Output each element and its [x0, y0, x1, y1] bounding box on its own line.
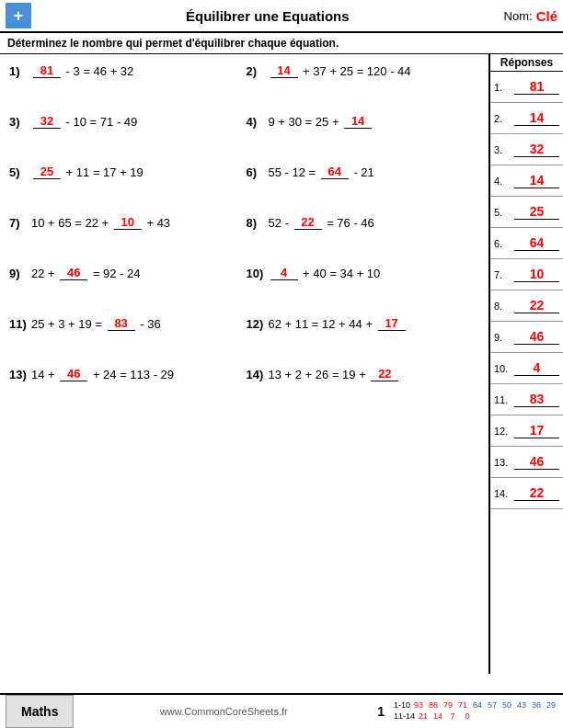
problem-cell-1: 1) 81 - 3 = 46 + 32	[7, 60, 245, 110]
equation-9: 9) 22 + 46 = 92 - 24	[9, 266, 141, 280]
stat-val-0: 0	[461, 711, 474, 722]
eq-text-12a: 62 + 11 = 12 + 44 +	[269, 317, 376, 331]
answer-num-14: 14.	[494, 488, 512, 499]
answer-row-7: 7. 10	[490, 259, 563, 290]
eq-text-9a: 22 +	[31, 267, 58, 280]
answer-val-12: 17	[514, 423, 559, 438]
problem-number-14: 14)	[247, 368, 265, 381]
blank-14: 22	[371, 367, 398, 381]
equation-8: 8) 52 - 22 = 76 - 46	[247, 215, 374, 230]
problem-number-1: 1)	[9, 64, 28, 78]
problem-number-11: 11)	[9, 317, 28, 331]
answer-val-5: 25	[514, 204, 559, 220]
main-content: 1) 81 - 3 = 46 + 32 2) 14 + 37 + 25 = 12…	[0, 54, 563, 674]
answer-row-3: 3. 32	[490, 134, 563, 165]
blank-3: 32	[33, 114, 61, 129]
problem-cell-7: 7) 10 + 65 = 22 + 10 + 43	[7, 211, 245, 262]
eq-text-6b: - 21	[350, 165, 374, 179]
stat-val-21: 21	[417, 711, 430, 722]
problem-number-8: 8)	[247, 216, 265, 230]
answers-header: Réponses	[490, 54, 563, 72]
eq-text-4a: 9 + 30 = 25 +	[269, 115, 343, 129]
equation-5: 5) 25 + 11 = 17 + 19	[9, 165, 144, 179]
problem-number-10: 10)	[247, 267, 265, 280]
eq-text-10: + 40 = 34 + 10	[300, 267, 381, 280]
eq-text-9b: = 92 - 24	[89, 267, 140, 280]
eq-text-8a: 52 -	[269, 216, 293, 230]
answer-num-5: 5.	[494, 207, 512, 218]
blank-7: 10	[114, 215, 142, 230]
blank-11: 83	[108, 316, 135, 331]
stat-val-36: 36	[530, 700, 543, 711]
problem-cell-3: 3) 32 - 10 = 71 - 49	[7, 110, 245, 161]
problem-cell-6: 6) 55 - 12 = 64 - 21	[245, 161, 482, 211]
problem-number-9: 9)	[9, 267, 28, 280]
answer-val-3: 32	[514, 142, 559, 157]
stat-range-1: 1-10	[394, 700, 410, 711]
answer-val-4: 14	[514, 173, 559, 188]
problem-cell-11: 11) 25 + 3 + 19 = 83 - 36	[7, 313, 245, 363]
eq-text-13b: + 24 = 113 - 29	[89, 368, 174, 381]
answer-val-1: 81	[514, 79, 559, 95]
stat-val-57: 57	[486, 700, 499, 711]
eq-text-7a: 10 + 65 = 22 +	[31, 216, 112, 230]
page-title: Équilibrer une Equations	[31, 8, 504, 24]
blank-8: 22	[294, 215, 322, 230]
header: + Équilibrer une Equations Nom: Clé	[0, 0, 563, 33]
answers-column: Réponses 1. 81 2. 14 3. 32 4. 14 5. 25 6…	[489, 54, 563, 674]
cle-label: Clé	[536, 8, 557, 24]
equation-11: 11) 25 + 3 + 19 = 83 - 36	[9, 316, 161, 331]
stat-val-7: 7	[446, 711, 459, 722]
problem-number-7: 7)	[9, 216, 28, 230]
problem-cell-8: 8) 52 - 22 = 76 - 46	[245, 211, 482, 262]
answer-num-1: 1.	[494, 82, 512, 93]
blank-2: 14	[270, 63, 298, 78]
problem-cell-2: 2) 14 + 37 + 25 = 120 - 44	[245, 60, 482, 110]
problem-cell-5: 5) 25 + 11 = 17 + 19	[7, 161, 245, 211]
stat-val-93: 93	[412, 700, 425, 711]
equation-13: 13) 14 + 46 + 24 = 113 - 29	[9, 367, 174, 381]
eq-text-13a: 14 +	[31, 368, 58, 381]
eq-text-11a: 25 + 3 + 19 =	[31, 317, 106, 331]
blank-6: 64	[321, 165, 349, 179]
problem-number-6: 6)	[247, 165, 265, 179]
problem-number-5: 5)	[9, 165, 28, 179]
equation-14: 14) 13 + 2 + 26 = 19 + 22	[247, 367, 401, 381]
answer-row-10: 10. 4	[490, 353, 563, 384]
footer-stats: 1-10 93 86 79 71 64 57 50 43 36 29 11-14…	[394, 700, 557, 722]
answer-val-2: 14	[514, 110, 559, 126]
answer-num-12: 12.	[494, 426, 512, 437]
eq-text-7b: + 43	[144, 216, 170, 230]
answer-row-8: 8. 22	[490, 290, 563, 322]
answer-row-4: 4. 14	[490, 165, 563, 197]
answer-num-4: 4.	[494, 176, 512, 187]
blank-5: 25	[33, 165, 61, 179]
problem-number-13: 13)	[9, 368, 28, 381]
answer-num-13: 13.	[494, 457, 512, 468]
stat-val-14: 14	[431, 711, 444, 722]
answer-val-7: 10	[514, 267, 559, 282]
problem-cell-9: 9) 22 + 46 = 92 - 24	[7, 262, 245, 313]
blank-1: 81	[33, 63, 61, 78]
answer-val-10: 4	[514, 360, 559, 376]
answer-val-8: 22	[514, 298, 559, 313]
problem-number-2: 2)	[247, 64, 265, 78]
blank-12: 17	[378, 316, 406, 331]
eq-text-2: + 37 + 25 = 120 - 44	[300, 64, 411, 78]
answer-num-3: 3.	[494, 144, 512, 155]
blank-9: 46	[60, 266, 87, 280]
stat-val-29: 29	[545, 700, 557, 711]
problem-number-12: 12)	[247, 317, 265, 331]
nom-label: Nom:	[504, 9, 533, 23]
answer-row-1: 1. 81	[490, 72, 563, 103]
problems-area: 1) 81 - 3 = 46 + 32 2) 14 + 37 + 25 = 12…	[0, 54, 489, 674]
answer-row-9: 9. 46	[490, 322, 563, 353]
answer-val-13: 46	[514, 454, 559, 470]
answer-num-6: 6.	[494, 238, 512, 249]
equation-7: 7) 10 + 65 = 22 + 10 + 43	[9, 215, 170, 230]
equation-6: 6) 55 - 12 = 64 - 21	[247, 165, 374, 179]
answer-val-14: 22	[514, 485, 559, 501]
stat-val-86: 86	[427, 700, 440, 711]
answer-row-13: 13. 46	[490, 447, 563, 478]
answer-row-6: 6. 64	[490, 228, 563, 259]
